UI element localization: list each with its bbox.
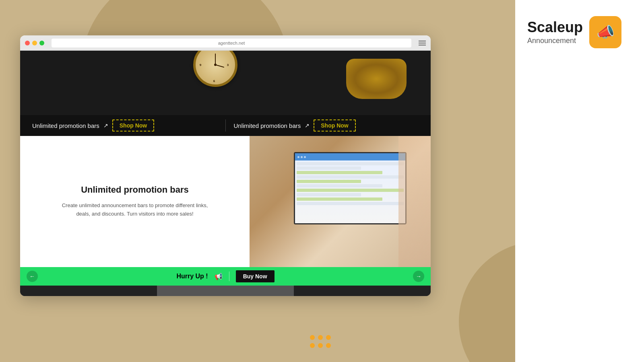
feature-title: Unlimited promotion bars [81,185,189,195]
minimize-dot[interactable] [32,41,37,45]
announcement-text: Hurry Up ! [176,273,208,280]
maximize-dot[interactable] [39,41,44,45]
browser-menu-icon[interactable] [419,41,426,45]
brand-header: Scaleup Announcement 📣 [527,16,621,48]
screen-row-6 [297,184,382,187]
announcement-bar: ← Hurry Up ! 📢 Buy Now → [20,267,431,286]
dot-4 [310,343,315,348]
promo-section-right: Unlimited promotion bars ↗ Shop Now [234,119,419,132]
announcement-arrow-right[interactable]: → [413,271,424,282]
browser-window: agenttech.net 12 3 6 9 [20,35,431,296]
browser-content: 12 3 6 9 Unlimited prom [20,51,431,296]
promotion-bar: Unlimited promotion bars ↗ Shop Now Unli… [20,115,431,136]
footer-col-2 [157,286,294,296]
browser-chrome: agenttech.net [20,35,431,51]
url-text: agenttech.net [218,41,245,45]
promo-divider [225,119,226,132]
announcement-arrow-left[interactable]: ← [27,271,38,282]
footer-col-3 [294,286,431,296]
screen-dot-3 [304,156,306,158]
announcement-divider [229,272,229,281]
feature-description: Create unlimited announcement bars to pr… [58,202,211,218]
brand-icon-box: 📣 [589,16,621,48]
svg-point-6 [214,64,217,66]
screen-header [295,153,405,160]
promo-section-left: Unlimited promotion bars ↗ Shop Now [32,119,217,132]
buy-now-button[interactable]: Buy Now [236,270,275,282]
chain-visual [346,59,407,99]
screen-row-3 [297,171,382,174]
external-link-icon-left: ↗ [103,122,108,129]
close-dot[interactable] [25,41,30,45]
dots-indicator [310,335,334,348]
shop-now-button-left[interactable]: Shop Now [112,119,154,132]
dot-1 [310,335,315,340]
laptop-screen [294,152,407,224]
screen-row-1 [297,162,404,165]
screen-row-2 [297,167,361,170]
clock-decoration: 12 3 6 9 [193,51,242,91]
laptop-screen-content [295,153,405,223]
svg-text:9: 9 [200,63,202,67]
brand-title: Scaleup [527,19,583,35]
dot-5 [318,343,323,348]
screen-row-10 [297,202,404,205]
chain-decoration [346,59,407,99]
shop-now-button-right[interactable]: Shop Now [314,119,355,132]
footer-col-1 [20,286,157,296]
external-link-icon-right: ↗ [305,122,310,129]
announcement-icon: 📢 [215,273,223,280]
screen-row-4 [297,175,404,179]
svg-line-5 [215,65,224,67]
svg-text:12: 12 [213,51,216,51]
right-panel: Scaleup Announcement 📣 [515,0,644,362]
megaphone-icon: 📣 [597,24,615,41]
image-panel [250,136,431,267]
brand-text: Scaleup Announcement [527,19,583,45]
url-bar[interactable]: agenttech.net [52,39,411,47]
screen-data-rows [295,160,405,208]
main-content: Unlimited promotion bars Create unlimite… [20,136,431,267]
svg-text:3: 3 [227,63,229,67]
clothing-rail [398,136,431,267]
brand-subtitle: Announcement [527,37,583,45]
promo-text-left: Unlimited promotion bars [32,122,99,129]
dot-6 [326,343,331,348]
screen-row-7 [297,189,404,192]
screen-row-8 [297,193,361,196]
screen-dot-1 [297,156,299,158]
screen-dot-2 [301,156,303,158]
clock-svg: 12 3 6 9 [196,51,235,84]
svg-text:6: 6 [213,79,215,83]
screen-row-5 [297,180,361,183]
footer-strip [20,286,431,296]
dot-2 [318,335,323,340]
clock-face: 12 3 6 9 [193,51,237,87]
promo-text-right: Unlimited promotion bars [234,122,301,129]
text-panel: Unlimited promotion bars Create unlimite… [20,136,250,267]
screen-row-9 [297,197,382,201]
dot-3 [326,335,331,340]
hero-image: 12 3 6 9 [20,51,431,115]
